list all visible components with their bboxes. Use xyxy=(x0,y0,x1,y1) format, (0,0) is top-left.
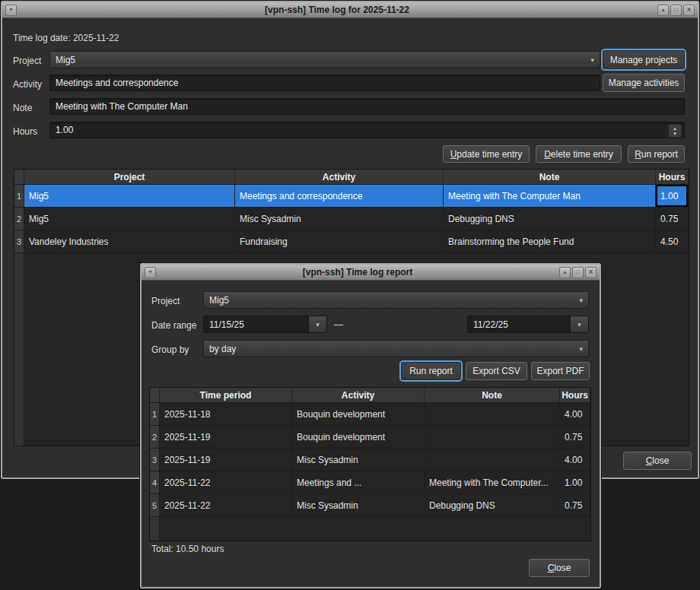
table-row[interactable]: 1 2025-11-18 Bouquin development 4.00 xyxy=(150,403,590,426)
project-combobox[interactable]: Mig5 ▾ xyxy=(49,51,600,68)
cell-note[interactable]: Meeting with The Computer Man xyxy=(444,185,656,208)
update-time-entry-label: Update time entry xyxy=(450,149,523,160)
table-row[interactable]: 2 2025-11-19 Bouquin development 0.75 xyxy=(150,426,590,449)
cell-activity[interactable]: Bouquin development xyxy=(292,403,425,426)
column-header-hours[interactable]: Hours xyxy=(656,170,689,184)
column-header-note[interactable]: Note xyxy=(425,388,560,402)
dialog-titlebar[interactable]: ▾ [vpn-ssh] Time log report ▴ □ × xyxy=(142,265,600,281)
activity-value: Meetings and correspondence xyxy=(56,78,178,88)
cell-hours[interactable]: 0.75 xyxy=(656,208,689,230)
cell-activity[interactable]: Bouquin development xyxy=(292,426,425,449)
table-row[interactable]: 2 Mig5 Misc Sysadmin Debugging DNS 0.75 xyxy=(14,208,689,230)
group-by-value: by day xyxy=(209,344,236,354)
close-window-button[interactable]: × xyxy=(683,5,695,16)
date-to-dropdown-button[interactable]: ▾ xyxy=(570,316,588,332)
cell-time-period[interactable]: 2025-11-22 xyxy=(160,471,292,494)
row-number[interactable]: 1 xyxy=(14,185,24,208)
row-number[interactable]: 2 xyxy=(150,426,160,449)
cell-time-period[interactable]: 2025-11-18 xyxy=(160,403,292,426)
cell-activity[interactable]: Misc Sysadmin xyxy=(235,208,444,230)
table-row[interactable]: 3 2025-11-19 Misc Sysadmin 4.00 xyxy=(150,449,590,471)
chevron-down-icon: ▾ xyxy=(579,345,583,353)
dialog-close-label: Close xyxy=(548,563,571,573)
cell-hours[interactable]: 4.00 xyxy=(560,449,590,471)
main-close-button[interactable]: Close xyxy=(623,452,692,470)
cell-activity[interactable]: Fundraising xyxy=(235,230,444,253)
cell-note[interactable] xyxy=(425,403,560,426)
date-to-picker[interactable]: 11/22/25 ▾ xyxy=(467,316,589,333)
row-index-strip xyxy=(150,517,160,541)
note-input[interactable]: Meeting with The Computer Man xyxy=(49,98,685,115)
dialog-window-title: [vpn-ssh] Time log report xyxy=(157,267,558,278)
row-number[interactable]: 5 xyxy=(150,494,160,517)
activity-input[interactable]: Meetings and correspondence xyxy=(49,75,600,91)
row-number[interactable]: 3 xyxy=(150,449,160,471)
group-by-combobox[interactable]: by day ▾ xyxy=(203,340,589,357)
column-header-activity[interactable]: Activity xyxy=(292,388,425,402)
row-number[interactable]: 3 xyxy=(14,230,24,253)
cell-hours[interactable]: 1.00 xyxy=(560,471,590,494)
cell-time-period[interactable]: 2025-11-22 xyxy=(160,494,292,517)
manage-activities-button[interactable]: Manage activities xyxy=(603,74,685,92)
column-header-project[interactable]: Project xyxy=(24,170,235,184)
cell-hours-active[interactable]: 1.00 xyxy=(656,185,689,208)
export-csv-button[interactable]: Export CSV xyxy=(466,362,527,380)
export-pdf-label: Export PDF xyxy=(536,366,584,376)
table-row[interactable]: 3 Vandeley Industries Fundraising Brains… xyxy=(14,230,689,253)
chevron-down-icon: ▾ xyxy=(590,56,594,64)
row-number[interactable]: 2 xyxy=(14,208,24,230)
main-titlebar[interactable]: ▾ [vpn-ssh] Time log for 2025-11-22 ▴ □ … xyxy=(2,2,698,18)
column-header-hours[interactable]: Hours xyxy=(560,388,590,402)
cell-time-period[interactable]: 2025-11-19 xyxy=(160,426,292,449)
cell-note[interactable]: Debugging DNS xyxy=(425,494,560,517)
table-row[interactable]: 5 2025-11-22 Misc Sysadmin Debugging DNS… xyxy=(150,494,590,517)
cell-note[interactable]: Meeting with The Computer... xyxy=(425,471,560,494)
cell-hours[interactable]: 4.50 xyxy=(656,230,689,253)
column-header-time-period[interactable]: Time period xyxy=(160,388,292,402)
cell-hours[interactable]: 0.75 xyxy=(560,494,590,517)
cell-time-period[interactable]: 2025-11-19 xyxy=(160,449,292,471)
dialog-close-button[interactable]: Close xyxy=(529,559,590,577)
report-project-combobox[interactable]: Mig5 ▾ xyxy=(203,291,589,309)
cell-project[interactable]: Mig5 xyxy=(24,208,235,230)
spinner-up-icon[interactable]: ▴ xyxy=(673,125,676,131)
column-header-activity[interactable]: Activity xyxy=(235,170,444,184)
table-row-selected[interactable]: 1 Mig5 Meetings and correspondence Meeti… xyxy=(14,185,689,208)
cell-project[interactable]: Mig5 xyxy=(24,185,235,208)
maximize-button[interactable]: □ xyxy=(670,5,682,16)
hours-spinner-buttons[interactable]: ▴ ▾ xyxy=(668,124,682,138)
window-menu-button[interactable]: ▾ xyxy=(145,267,156,278)
cell-note[interactable]: Debugging DNS xyxy=(444,208,656,230)
cell-activity[interactable]: Meetings and ... xyxy=(292,471,425,494)
spinner-down-icon[interactable]: ▾ xyxy=(673,131,676,136)
cell-hours[interactable]: 0.75 xyxy=(560,426,590,449)
update-time-entry-button[interactable]: Update time entry xyxy=(443,145,530,163)
shade-button[interactable]: ▴ xyxy=(657,5,669,16)
maximize-button[interactable]: □ xyxy=(572,267,584,278)
shade-button[interactable]: ▴ xyxy=(559,267,571,278)
cell-note[interactable]: Brainstorming the People Fund xyxy=(444,230,656,253)
cell-note[interactable] xyxy=(425,449,560,471)
cell-note[interactable] xyxy=(425,426,560,449)
cell-activity[interactable]: Misc Sysadmin xyxy=(292,449,425,471)
window-menu-button[interactable]: ▾ xyxy=(5,5,17,16)
cell-activity[interactable]: Misc Sysadmin xyxy=(292,494,425,517)
row-number[interactable]: 4 xyxy=(150,471,160,494)
delete-time-entry-button[interactable]: Delete time entry xyxy=(536,145,622,163)
manage-projects-button[interactable]: Manage projects xyxy=(603,50,685,69)
report-run-report-button[interactable]: Run report xyxy=(401,362,461,380)
date-from-dropdown-button[interactable]: ▾ xyxy=(308,316,326,332)
export-pdf-button[interactable]: Export PDF xyxy=(531,362,590,380)
window-menu-icon: ▾ xyxy=(9,7,12,13)
cell-hours[interactable]: 4.00 xyxy=(560,403,590,426)
corner-cell xyxy=(14,170,24,184)
column-header-note[interactable]: Note xyxy=(444,170,656,184)
cell-activity[interactable]: Meetings and correspondence xyxy=(235,185,444,208)
cell-project[interactable]: Vandeley Industries xyxy=(24,230,235,253)
date-from-picker[interactable]: 11/15/25 ▾ xyxy=(203,316,327,333)
close-window-button[interactable]: × xyxy=(585,267,597,278)
run-report-button[interactable]: Run report xyxy=(628,145,685,163)
row-number[interactable]: 1 xyxy=(150,403,160,426)
table-row[interactable]: 4 2025-11-22 Meetings and ... Meeting wi… xyxy=(150,471,590,494)
hours-spinbox[interactable]: 1.00 ▴ ▾ xyxy=(49,122,685,138)
